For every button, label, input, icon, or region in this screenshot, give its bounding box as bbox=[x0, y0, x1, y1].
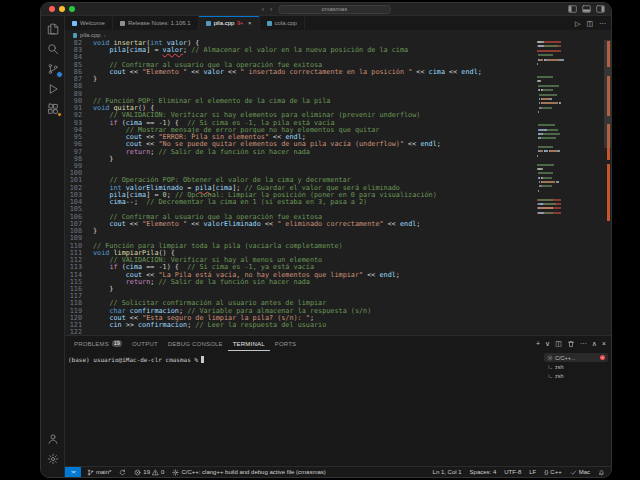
status-problems[interactable]: 190 bbox=[134, 469, 164, 476]
editor-actions: ▷◫⋯ bbox=[575, 16, 606, 30]
minimap-line bbox=[537, 115, 565, 117]
activity-account[interactable] bbox=[45, 431, 61, 447]
terminal-icon bbox=[547, 364, 553, 370]
terminal-panel[interactable]: (base) usuario@iMac-de-clr cmasmas % C/C… bbox=[65, 351, 611, 466]
panel-tab-terminal[interactable]: TERMINAL bbox=[228, 336, 270, 351]
status-label: C++ bbox=[550, 469, 561, 475]
zoom-window-button[interactable] bbox=[69, 6, 75, 12]
minimize-window-button[interactable] bbox=[59, 6, 65, 12]
breadcrumb-file[interactable]: pila.cpp bbox=[80, 32, 101, 38]
nav-forward-icon[interactable]: › bbox=[270, 6, 272, 13]
status-indentation[interactable]: Spaces: 4 bbox=[470, 469, 497, 475]
terminal-tab[interactable]: zsh bbox=[544, 371, 608, 380]
terminal-profile-dropdown-icon[interactable]: ∨ bbox=[545, 340, 550, 347]
code-line: pila[cima] = valor; // Almacenar el valo… bbox=[93, 47, 537, 54]
status-git-branch[interactable]: main* bbox=[87, 469, 111, 476]
status-eol[interactable]: LF bbox=[529, 469, 536, 475]
status-label: 19 bbox=[143, 469, 150, 475]
activity-settings[interactable] bbox=[45, 451, 61, 467]
minimap-line bbox=[537, 72, 565, 74]
minimap-line bbox=[537, 67, 565, 69]
terminal-prompt: (base) usuario@iMac-de-clr cmasmas % bbox=[68, 356, 198, 363]
close-window-button[interactable] bbox=[49, 6, 55, 12]
panel-header: PROBLEMS19OUTPUTDEBUG CONSOLETERMINALPOR… bbox=[65, 336, 611, 351]
tab-label: cola.cpp bbox=[275, 20, 297, 26]
status-bar: >< main*190C/C++: clang++ build and debu… bbox=[65, 466, 611, 477]
editor-tab[interactable]: Release Notes: 1.106.1 bbox=[113, 16, 199, 30]
editor[interactable]: 8283848586878889909192939495969798991001… bbox=[65, 40, 611, 335]
code-area[interactable]: void insertar(int valor) { pila[cima] = … bbox=[87, 40, 537, 335]
minimap-line bbox=[537, 85, 565, 87]
minimap-line bbox=[537, 111, 565, 113]
minimap-line bbox=[537, 164, 565, 166]
run-debug-icon bbox=[47, 83, 59, 95]
editor-tab[interactable]: Welcome bbox=[65, 16, 113, 30]
code-line: cout << "Elemento " << valor << " insert… bbox=[93, 69, 537, 76]
status-build-task[interactable]: C/C++: clang++ build and debug active fi… bbox=[172, 469, 325, 476]
status-notifications[interactable] bbox=[598, 469, 605, 476]
minimap-line bbox=[537, 41, 565, 43]
status-encoding[interactable]: UTF-8 bbox=[504, 469, 521, 475]
window-title-bar[interactable]: ‹ › cmasmas bbox=[41, 3, 611, 16]
sync-icon bbox=[119, 469, 126, 476]
minimap-line bbox=[537, 80, 565, 82]
error-icon bbox=[134, 469, 141, 476]
activity-source-control[interactable] bbox=[45, 61, 61, 77]
nav-back-icon[interactable]: ‹ bbox=[262, 6, 264, 13]
panel-tab-debug-console[interactable]: DEBUG CONSOLE bbox=[163, 336, 228, 351]
panel-tab-ports[interactable]: PORTS bbox=[270, 336, 302, 351]
more-actions[interactable]: ⋯ bbox=[599, 20, 606, 27]
close-icon[interactable]: × bbox=[248, 20, 252, 26]
activity-search[interactable] bbox=[45, 41, 61, 57]
minimap-line bbox=[537, 190, 565, 192]
kill-terminal-icon[interactable] bbox=[567, 340, 575, 348]
cpp-file-icon bbox=[73, 33, 77, 38]
minimap-line bbox=[537, 129, 565, 131]
terminal-tab[interactable]: zsh bbox=[544, 362, 608, 371]
minimap-line bbox=[537, 155, 565, 157]
editor-tab[interactable]: cola.cpp bbox=[260, 16, 305, 30]
traffic-lights bbox=[49, 6, 75, 12]
split-editor[interactable]: ◫ bbox=[586, 20, 593, 27]
code-line: } bbox=[93, 286, 537, 293]
activity-explorer[interactable] bbox=[45, 21, 61, 37]
code-line: cout << "Elemento " << valorEliminado <<… bbox=[93, 221, 537, 228]
desktop-background: ‹ › cmasmas WelcomeRelease Notes: 1.106.… bbox=[0, 0, 640, 480]
minimap[interactable] bbox=[537, 41, 565, 220]
activity-extensions[interactable] bbox=[45, 101, 61, 117]
maximize-panel-icon[interactable]: ∧ bbox=[592, 340, 597, 347]
activity-run-debug[interactable] bbox=[45, 81, 61, 97]
status-cursor-position[interactable]: Ln 1, Col 1 bbox=[433, 469, 462, 475]
file-icon bbox=[72, 21, 77, 26]
remote-indicator[interactable]: >< bbox=[65, 467, 81, 477]
layout-right-icon[interactable] bbox=[596, 5, 605, 13]
terminal-tab[interactable]: C/C++...× bbox=[544, 353, 608, 362]
split-terminal-icon[interactable]: ◫ bbox=[555, 340, 562, 347]
status-label: Spaces: 4 bbox=[470, 469, 497, 475]
panel-tab-output[interactable]: OUTPUT bbox=[127, 336, 163, 351]
editor-tab[interactable]: pila.cpp9+× bbox=[199, 16, 260, 30]
new-terminal-icon[interactable]: + bbox=[536, 340, 540, 347]
close-panel-icon[interactable]: × bbox=[602, 340, 606, 347]
more-actions-icon[interactable]: ⋯ bbox=[580, 340, 587, 347]
minimap-line bbox=[537, 168, 565, 170]
status-language-mode[interactable]: {}C++ bbox=[544, 469, 561, 475]
vscode-window: ‹ › cmasmas WelcomeRelease Notes: 1.106.… bbox=[40, 2, 612, 478]
minimap-line bbox=[537, 207, 565, 209]
status-platform[interactable]: Mac bbox=[570, 469, 590, 476]
extensions-badge bbox=[57, 112, 62, 117]
status-label: Mac bbox=[579, 469, 590, 475]
minimap-line bbox=[537, 194, 565, 196]
command-center[interactable]: cmasmas bbox=[278, 5, 390, 14]
layout-bottom-icon[interactable] bbox=[582, 5, 591, 13]
layout-left-icon[interactable] bbox=[568, 5, 577, 13]
panel-tab-problems[interactable]: PROBLEMS19 bbox=[69, 336, 127, 351]
code-line: cin >> confirmacion; // Leer la respuest… bbox=[93, 322, 537, 329]
scrollbar-thumb[interactable] bbox=[604, 40, 611, 148]
gear-icon bbox=[172, 469, 179, 476]
terminal-output[interactable]: (base) usuario@iMac-de-clr cmasmas % bbox=[65, 351, 611, 363]
minimap-area[interactable] bbox=[537, 40, 611, 335]
run-file[interactable]: ▷ bbox=[575, 20, 580, 27]
breadcrumb[interactable]: pila.cpp › bbox=[65, 30, 611, 40]
status-sync-changes[interactable] bbox=[119, 469, 126, 476]
